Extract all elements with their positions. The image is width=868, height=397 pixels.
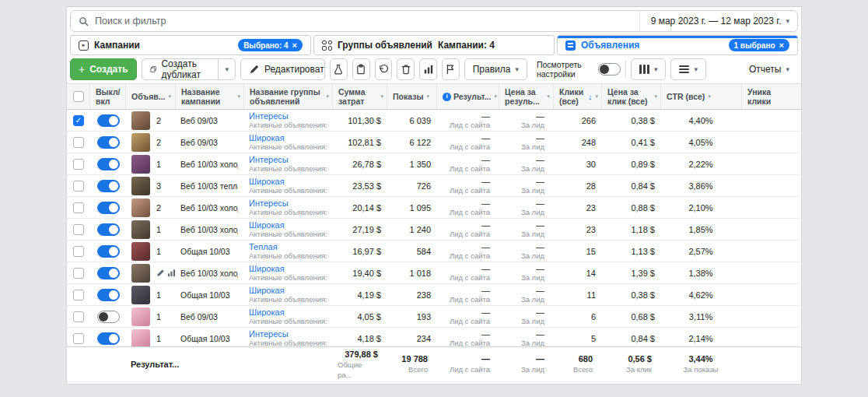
breakdown-button[interactable]: ▾ [670, 58, 706, 80]
undo-button[interactable] [375, 58, 393, 80]
clicks-cell: 248 [554, 132, 602, 153]
undo-icon [378, 64, 389, 75]
ad-cell: 3 [126, 175, 176, 196]
adset-name-cell: ИнтересыАктивные объявления: 0 [244, 197, 333, 218]
table-row: 2Веб 10/03 холоднаяИнтересыАктивные объя… [67, 197, 801, 219]
adset-name-link[interactable]: Широкая [249, 220, 285, 230]
spend-cell: 16,97 $ [333, 241, 387, 262]
edit-button[interactable]: Редактировать [241, 59, 325, 79]
tab-adsets[interactable]: Группы объявлений Кампании: 4 [313, 35, 555, 55]
column-header[interactable]: Показы▾ [387, 84, 437, 109]
adset-name-link[interactable]: Интересы [249, 198, 289, 208]
column-header[interactable]: CTR (все)▾ [661, 84, 742, 109]
row-toggle[interactable] [97, 180, 120, 192]
cpc-cell: 1,39 $ [602, 262, 661, 283]
adset-name-link[interactable]: Широкая [249, 133, 285, 142]
row-checkbox[interactable] [73, 311, 84, 322]
row-toggle[interactable] [97, 202, 120, 214]
cost-per-result-cell: —За лид [499, 241, 554, 262]
ad-count: 1 [156, 312, 161, 321]
spend-cell: 102,81 $ [333, 132, 387, 153]
chart-bars-icon[interactable] [167, 269, 176, 277]
ads-selected-badge[interactable]: 1 выбрано × [729, 39, 789, 51]
active-ads-subtext: Активные объявления: 0 [249, 164, 327, 174]
duplicate-dropdown-caret[interactable]: ▾ [218, 59, 235, 79]
adset-name-link[interactable]: Широкая [249, 307, 285, 317]
row-toggle[interactable] [97, 332, 120, 345]
row-checkbox[interactable]: ✓ [73, 115, 84, 126]
row-toggle[interactable] [97, 245, 120, 258]
row-checkbox[interactable] [73, 159, 84, 170]
ad-count: 1 [156, 225, 161, 234]
row-checkbox[interactable] [73, 202, 84, 213]
edit-pencil-icon[interactable] [156, 269, 165, 277]
search-input[interactable]: Поиск и фильтр [79, 16, 639, 26]
duplicate-button[interactable]: Создать дубликат [142, 59, 219, 79]
row-toggle[interactable] [97, 223, 120, 236]
row-toggle[interactable] [97, 267, 120, 279]
close-icon[interactable]: × [779, 41, 784, 50]
row-toggle[interactable] [97, 311, 120, 323]
row-checkbox[interactable] [73, 333, 84, 344]
results-cell: —Лид с сайта [437, 306, 499, 327]
column-header[interactable]: iРезульт...▾ [437, 84, 499, 109]
cpc-cell: 0,41 $ [602, 132, 661, 153]
delete-button[interactable] [397, 58, 415, 80]
row-checkbox[interactable] [73, 137, 84, 148]
adset-name-link[interactable]: Интересы [249, 155, 289, 164]
adset-name-link[interactable]: Теплая [249, 242, 278, 251]
adset-name-link[interactable]: Широкая [249, 264, 285, 273]
row-checkbox[interactable] [73, 224, 84, 235]
campaign-name-cell: Веб 10/03 теплая [176, 175, 244, 196]
campaigns-selected-badge[interactable]: Выбрано: 4 × [238, 39, 303, 51]
column-header[interactable]: Цена за клик (все)▾ [602, 84, 661, 109]
adset-name-link[interactable]: Широкая [249, 286, 285, 295]
reports-button[interactable]: Отчеты ▾ [740, 58, 798, 80]
row-checkbox[interactable] [73, 268, 84, 279]
row-hover-icons[interactable] [156, 269, 176, 277]
adset-name-link[interactable]: Интересы [249, 111, 289, 121]
clipboard-button[interactable] [352, 58, 370, 80]
column-header[interactable]: Выкл/ вкл [90, 84, 126, 109]
row-toggle[interactable] [97, 136, 120, 149]
cost-per-result-cell: —За лид [499, 153, 554, 174]
rules-button[interactable]: Правила ▾ [464, 58, 527, 80]
tab-ads[interactable]: Объявления 1 выбрано × [557, 35, 798, 55]
ad-thumbnail [131, 286, 150, 304]
columns-button[interactable]: ▾ [631, 58, 667, 80]
adset-name-link[interactable]: Интересы [249, 329, 289, 339]
toggle-cell [90, 241, 126, 262]
clicks-cell: 30 [554, 153, 602, 174]
campaign-name-cell: Веб 09/03 [176, 110, 244, 131]
chart-button[interactable] [419, 58, 437, 80]
view-settings-label: Посмотреть настройки [537, 60, 593, 79]
ab-test-button[interactable] [330, 58, 348, 80]
view-settings-toggle[interactable] [598, 63, 621, 76]
row-toggle[interactable] [97, 289, 120, 301]
close-icon[interactable]: × [292, 41, 297, 50]
column-header[interactable]: Клики (все)↓▾ [554, 84, 602, 109]
date-range-picker[interactable]: 9 мар 2023 г. — 12 мар 2023 г. ▾ [639, 11, 789, 31]
column-header[interactable]: Объяв...▾ [126, 84, 176, 109]
row-toggle[interactable] [97, 158, 120, 170]
ad-thumbnail [131, 220, 150, 239]
row-checkbox[interactable] [73, 290, 84, 300]
column-header[interactable]: Уника клики [742, 84, 801, 109]
row-checkbox[interactable] [73, 246, 84, 257]
column-header[interactable]: Цена за резуль...▾ [499, 84, 554, 109]
select-all-checkbox[interactable] [73, 91, 84, 102]
flag-button[interactable] [442, 58, 460, 80]
trash-icon [401, 64, 411, 75]
adset-name-link[interactable]: Широкая [249, 177, 285, 186]
level-tabs: ▸ Кампании Выбрано: 4 × Группы объявлени… [70, 35, 798, 55]
create-button[interactable]: + Создать [70, 58, 137, 80]
column-header[interactable]: Название кампании▾ [176, 84, 244, 109]
column-header[interactable]: Название группы объявлений▾ [244, 84, 333, 109]
row-toggle[interactable] [97, 114, 120, 127]
sort-caret-icon: ▾ [326, 92, 329, 101]
column-header[interactable]: Сумма затрат▾ [333, 84, 387, 109]
tab-campaigns[interactable]: ▸ Кампании Выбрано: 4 × [70, 35, 311, 55]
cost-per-result-cell: —За лид [499, 328, 554, 346]
active-ads-subtext: Активные объявления: 0 [249, 230, 327, 239]
row-checkbox[interactable] [73, 181, 84, 191]
